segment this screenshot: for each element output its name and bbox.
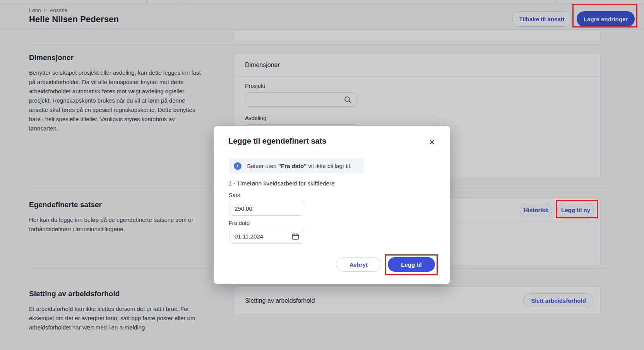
employee-payroll-page: Lønn > Ansatte Helle Nilsen Pedersen Til…: [0, 0, 644, 350]
info-icon: i: [234, 162, 242, 170]
close-icon[interactable]: ✕: [427, 137, 437, 147]
rate-field-label: Sats: [229, 192, 240, 198]
date-field-label: Fra dato: [229, 220, 250, 226]
rate-name-label: 1 - Timelønn kveldsarbeid for skiftleder…: [228, 180, 335, 187]
rate-input-value: 250,00: [235, 205, 252, 212]
add-button[interactable]: Legg til: [388, 257, 435, 272]
cancel-button[interactable]: Avbryt: [336, 257, 381, 272]
rate-input[interactable]: 250,00: [230, 201, 304, 216]
info-banner-text: Satser uten "Fra dato" vil ikke bli lagt…: [247, 163, 351, 169]
add-custom-rate-modal: Legge til egendefinert sats ✕ i Satser u…: [214, 126, 450, 284]
info-banner: i Satser uten "Fra dato" vil ikke bli la…: [229, 158, 364, 173]
date-input-value: 01.11.2024: [235, 233, 263, 240]
modal-title: Legge til egendefinert sats: [228, 137, 326, 146]
calendar-icon[interactable]: [291, 232, 300, 240]
date-input[interactable]: 01.11.2024: [230, 229, 304, 244]
